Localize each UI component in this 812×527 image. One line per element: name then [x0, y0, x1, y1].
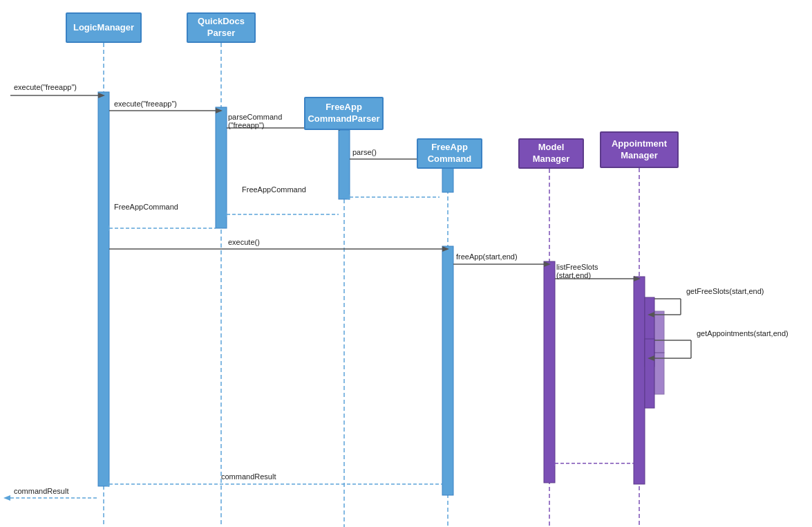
svg-rect-16	[654, 353, 664, 394]
svg-marker-48	[102, 481, 109, 487]
svg-marker-46	[548, 461, 555, 466]
label-freeapp: freeApp(start,end)	[456, 252, 518, 261]
svg-marker-40	[648, 312, 654, 317]
svg-rect-6	[98, 92, 109, 486]
actor-appointment-manager: AppointmentManager	[600, 131, 679, 168]
svg-rect-13	[645, 297, 654, 367]
label-getfreeslots: getFreeSlots(start,end)	[686, 287, 764, 295]
svg-marker-44	[648, 355, 654, 361]
label-execute-left: execute("freeapp")	[14, 83, 77, 91]
label-commandresult-left: commandResult	[14, 487, 68, 495]
svg-marker-50	[3, 495, 10, 501]
label-freeappcommand-right: FreeAppCommand	[242, 185, 306, 194]
actor-logicmanager: LogicManager	[66, 12, 142, 43]
svg-marker-26	[343, 194, 350, 200]
sequence-diagram: LogicManager QuickDocsParser FreeAppComm…	[0, 0, 812, 527]
actor-freeapp-parser: FreeAppCommandParser	[304, 97, 384, 130]
svg-marker-18	[98, 93, 105, 98]
svg-rect-12	[634, 277, 645, 484]
label-commandresult-right: commandResult	[221, 472, 276, 481]
label-parse: parse()	[352, 148, 377, 156]
svg-rect-10	[442, 246, 453, 495]
svg-rect-15	[654, 311, 664, 353]
svg-marker-36	[634, 276, 641, 281]
svg-rect-7	[216, 107, 227, 228]
label-execute: execute()	[228, 238, 260, 246]
svg-marker-30	[102, 225, 109, 231]
svg-marker-28	[220, 212, 227, 217]
actor-quickdocs: QuickDocsParser	[187, 12, 256, 43]
svg-marker-34	[544, 261, 551, 267]
label-parsecommand: parseCommand("freeapp")	[228, 113, 282, 129]
svg-rect-14	[645, 339, 654, 408]
label-getappointments: getAppointments(start,end)	[697, 329, 789, 338]
svg-marker-32	[442, 246, 449, 252]
arrows-svg	[0, 0, 812, 527]
label-freeappcommand-left: FreeAppCommand	[114, 203, 178, 211]
svg-rect-11	[544, 261, 555, 483]
svg-rect-8	[339, 130, 350, 199]
actor-model-manager: ModelManager	[518, 138, 584, 169]
svg-marker-20	[216, 108, 223, 113]
label-execute-right: execute("freeapp")	[114, 100, 177, 108]
actor-freeapp-command: FreeAppCommand	[417, 138, 482, 169]
label-listfreeslots: listFreeSlots(start,end)	[556, 263, 598, 279]
